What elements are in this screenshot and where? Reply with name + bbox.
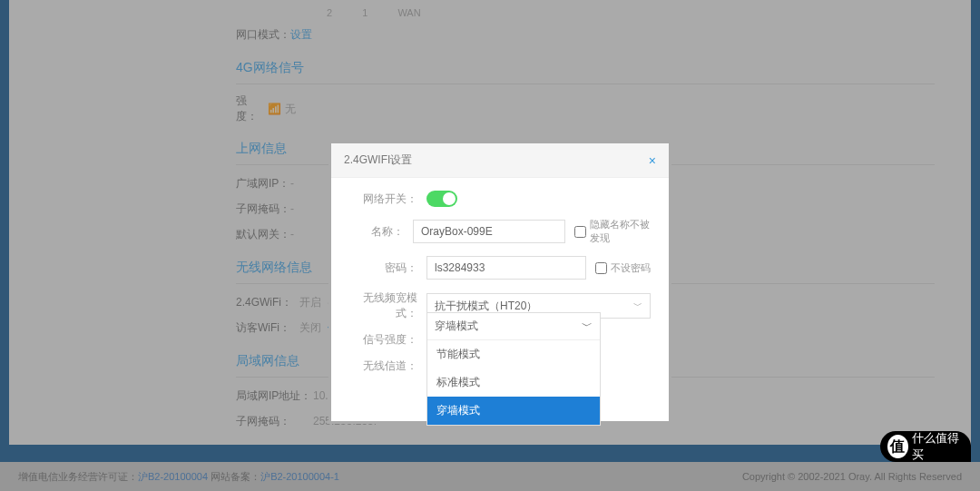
name-label: 名称：: [349, 224, 404, 240]
network-toggle[interactable]: [426, 191, 457, 207]
option-standard[interactable]: 标准模式: [427, 368, 600, 397]
no-pwd-label: 不设密码: [611, 261, 651, 275]
smzdm-badge[interactable]: 值 什么值得买: [880, 431, 971, 462]
chevron-down-icon: ﹀: [582, 319, 593, 334]
wifi-settings-modal: 2.4GWIFI设置 × 网络开关： 名称： 隐藏名称不被发现 密码： 不设密码…: [328, 141, 671, 424]
hide-name-label: 隐藏名称不被发现: [590, 218, 651, 245]
modal-header: 2.4GWIFI设置 ×: [331, 143, 669, 178]
name-input[interactable]: [413, 220, 565, 243]
no-pwd-checkbox[interactable]: [595, 262, 607, 274]
modal-body: 网络开关： 名称： 隐藏名称不被发现 密码： 不设密码 无线频宽模式： 抗干扰模…: [331, 178, 669, 421]
option-wall-penetration[interactable]: 穿墙模式: [427, 397, 600, 425]
close-icon[interactable]: ×: [649, 153, 656, 168]
hide-name-checkbox[interactable]: [574, 226, 586, 238]
option-power-saving[interactable]: 节能模式: [427, 340, 600, 368]
badge-text: 什么值得买: [912, 430, 964, 463]
channel-label: 无线信道：: [349, 358, 417, 374]
modal-title: 2.4GWIFI设置: [344, 152, 412, 168]
signal-strength-dropdown: 穿墙模式﹀ 节能模式 标准模式 穿墙模式: [426, 312, 601, 426]
bandwidth-label: 无线频宽模式：: [349, 290, 417, 321]
switch-label: 网络开关：: [349, 191, 417, 207]
signal-select[interactable]: 穿墙模式﹀: [427, 313, 600, 339]
pwd-label: 密码：: [349, 260, 417, 276]
chevron-down-icon: ﹀: [633, 300, 642, 312]
badge-icon: 值: [887, 435, 908, 458]
signal-strength-label: 信号强度：: [349, 332, 417, 348]
password-input[interactable]: [426, 256, 586, 280]
